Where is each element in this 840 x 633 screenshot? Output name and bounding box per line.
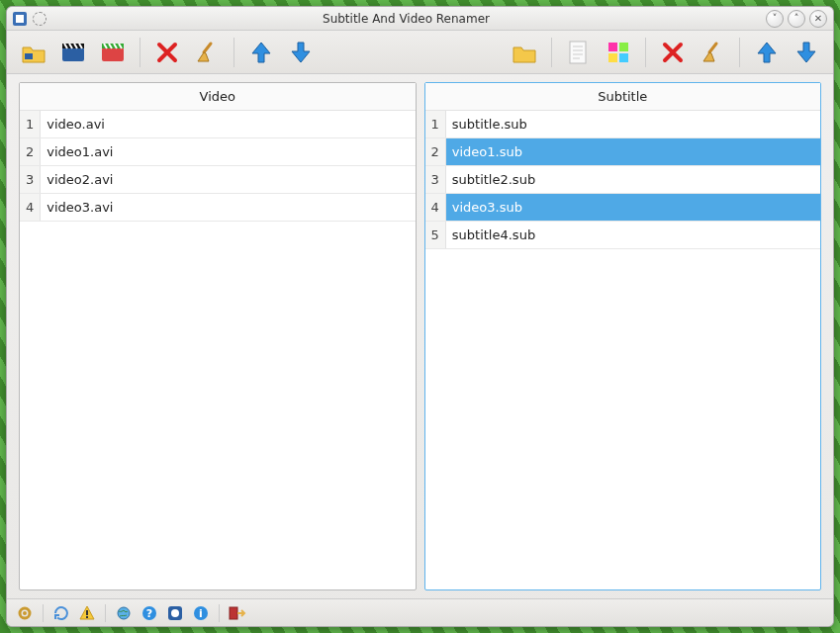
warning-button[interactable]	[77, 603, 97, 623]
window-title: Subtitle And Video Renamer	[52, 12, 760, 26]
svg-rect-23	[230, 607, 237, 619]
svg-rect-11	[619, 53, 628, 62]
statusbar: ? i	[7, 598, 833, 626]
video-row[interactable]: 3video2.avi	[20, 166, 416, 194]
move-up-subtitle-button[interactable]	[750, 36, 784, 69]
svg-text:i: i	[199, 607, 203, 620]
warning-icon	[79, 605, 95, 621]
toolbar-separator	[140, 38, 140, 67]
svg-point-20	[171, 609, 179, 617]
svg-rect-14	[86, 610, 88, 615]
broom-icon	[195, 41, 219, 64]
add-subtitle-color-button[interactable]	[602, 36, 635, 69]
clear-subtitle-button[interactable]	[696, 36, 729, 69]
busy-indicator-icon	[33, 12, 47, 26]
arrow-down-icon	[288, 40, 314, 65]
open-folder-video-button[interactable]	[17, 36, 50, 69]
row-number: 2	[425, 138, 446, 166]
svg-rect-10	[608, 53, 617, 62]
subtitle-row[interactable]: 3subtitle2.sub	[425, 166, 821, 194]
about-icon	[167, 605, 183, 621]
row-number: 4	[20, 194, 41, 222]
toolbar-separator	[645, 38, 646, 67]
row-filename: video.avi	[41, 111, 416, 138]
help-button[interactable]: ?	[140, 603, 159, 623]
video-row[interactable]: 4video3.avi	[20, 194, 416, 222]
move-down-subtitle-button[interactable]	[790, 36, 823, 69]
open-folder-subtitle-button[interactable]	[508, 36, 541, 69]
toolbar-separator	[551, 38, 552, 67]
toolbar-separator	[739, 38, 740, 67]
row-number: 4	[425, 194, 446, 222]
video-row[interactable]: 1video.avi	[20, 111, 416, 138]
video-panel-header: Video	[20, 83, 416, 111]
exit-icon	[229, 605, 246, 621]
subtitle-list[interactable]: 1subtitle.sub2video1.sub3subtitle2.sub4v…	[425, 111, 821, 589]
subtitle-row[interactable]: 2video1.sub	[425, 138, 821, 166]
about-button[interactable]	[165, 603, 185, 623]
folder-icon	[512, 40, 537, 65]
row-filename: subtitle2.sub	[445, 166, 820, 194]
delete-subtitle-button[interactable]	[656, 36, 690, 69]
row-filename: subtitle4.sub	[445, 222, 820, 249]
move-down-video-button[interactable]	[284, 36, 318, 69]
row-filename: video3.avi	[41, 194, 416, 222]
gear-icon	[17, 605, 33, 621]
subtitle-row[interactable]: 4video3.sub	[425, 194, 821, 222]
broom-icon	[700, 41, 724, 64]
row-filename: video3.sub	[445, 194, 820, 222]
network-button[interactable]	[114, 603, 134, 623]
exit-button[interactable]	[228, 603, 247, 623]
row-filename: video1.avi	[41, 138, 416, 166]
svg-rect-8	[608, 43, 617, 51]
delete-x-icon	[155, 41, 179, 64]
swatch-icon	[607, 41, 630, 64]
folder-icon	[21, 40, 47, 65]
info-button[interactable]: i	[191, 603, 211, 623]
row-number: 3	[425, 166, 446, 194]
row-number: 2	[20, 138, 41, 166]
clapper-icon	[60, 40, 86, 65]
globe-icon	[116, 605, 132, 621]
info-icon: i	[193, 605, 209, 621]
arrow-down-icon	[793, 40, 819, 65]
move-up-video-button[interactable]	[244, 36, 278, 69]
svg-rect-2	[25, 53, 33, 59]
row-filename: video1.sub	[445, 138, 820, 166]
maximize-button[interactable]: ˄	[788, 10, 805, 28]
refresh-icon	[53, 605, 69, 621]
titlebar: Subtitle And Video Renamer ˅ ˄ ✕	[7, 7, 833, 31]
arrow-up-icon	[754, 40, 780, 65]
video-row[interactable]: 2video1.avi	[20, 138, 416, 166]
subtitle-row[interactable]: 5subtitle4.sub	[425, 222, 821, 249]
statusbar-separator	[219, 604, 220, 622]
svg-rect-15	[86, 616, 88, 618]
video-panel: Video 1video.avi2video1.avi3video2.avi4v…	[19, 82, 417, 590]
refresh-button[interactable]	[51, 603, 71, 623]
add-video-button[interactable]	[56, 36, 90, 69]
add-video-color-button[interactable]	[96, 36, 130, 69]
row-number: 1	[425, 111, 446, 138]
svg-rect-7	[570, 42, 586, 63]
subtitle-panel-header: Subtitle	[425, 83, 821, 111]
svg-rect-9	[619, 43, 628, 51]
subtitle-row[interactable]: 1subtitle.sub	[425, 111, 821, 138]
svg-rect-3	[62, 47, 84, 61]
add-subtitle-doc-button[interactable]	[562, 36, 596, 69]
row-number: 3	[20, 166, 41, 194]
clear-video-button[interactable]	[190, 36, 224, 69]
close-button[interactable]: ✕	[809, 10, 827, 28]
video-list[interactable]: 1video.avi2video1.avi3video2.avi4video3.…	[20, 111, 416, 589]
svg-point-16	[118, 607, 130, 619]
statusbar-separator	[43, 604, 44, 622]
preferences-button[interactable]	[15, 603, 35, 623]
delete-video-button[interactable]	[150, 36, 184, 69]
row-number: 5	[425, 222, 446, 249]
window-controls: ˅ ˄ ✕	[766, 10, 827, 28]
content-area: Video 1video.avi2video1.avi3video2.avi4v…	[7, 74, 833, 598]
svg-rect-1	[16, 15, 24, 23]
clapper-color-icon	[100, 40, 126, 65]
delete-x-icon	[661, 41, 685, 64]
subtitle-panel: Subtitle 1subtitle.sub2video1.sub3subtit…	[424, 82, 822, 590]
minimize-button[interactable]: ˅	[766, 10, 784, 28]
